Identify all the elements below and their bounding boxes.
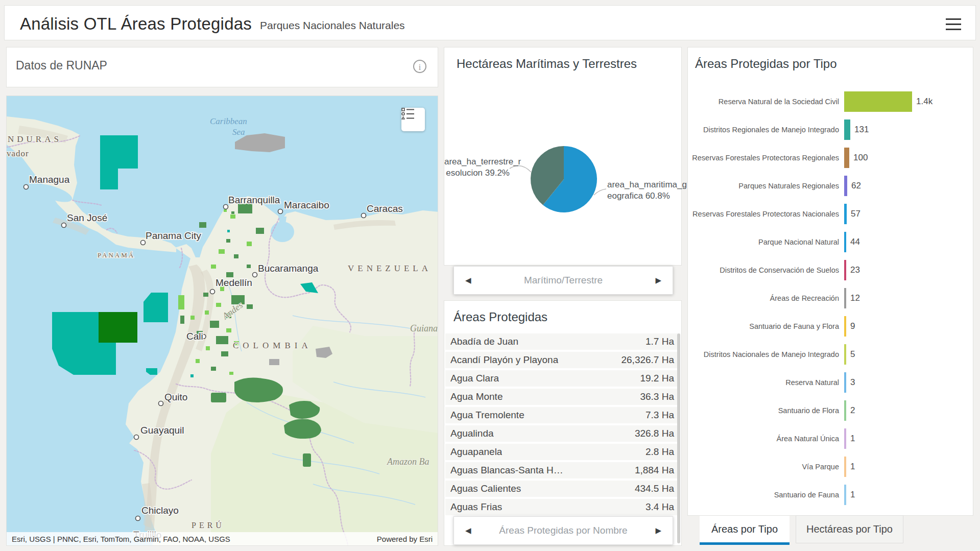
list-item[interactable]: Aguas Calientes434.5 Ha (445, 481, 680, 497)
bar-row: Reservas Forestales Protectoras Nacional… (688, 200, 973, 228)
powered-by-esri[interactable]: Powered by Esri (377, 535, 433, 543)
prev-arrow-icon[interactable]: ◀ (463, 524, 473, 537)
attribution-text: Esri, USGS | PNNC, Esri, TomTom, Garmin,… (12, 535, 230, 543)
bar-label: Parque Nacional Natural (688, 238, 839, 246)
bar-label: Reserva Natural de la Sociedad Civil (688, 98, 839, 106)
list-item[interactable]: Agua Monte36.3 Ha (445, 389, 680, 405)
bar-value: 1.4k (916, 97, 933, 107)
menu-button[interactable] (943, 15, 964, 33)
area-hectares: 3.4 Ha (646, 501, 674, 513)
list-item[interactable]: Aguapanela2.8 Ha (445, 444, 680, 460)
area-hectares: 7.3 Ha (646, 410, 674, 421)
bar-chart-panel: Áreas Protegidas por Tipo Reserva Natura… (687, 47, 973, 516)
bar-value: 1 (850, 434, 855, 444)
leader-line (594, 189, 606, 195)
list-item[interactable]: Agua Clara19.2 Ha (445, 370, 680, 387)
list-item[interactable]: Acandí Playón y Playona26,326.7 Ha (445, 352, 680, 368)
prev-arrow-icon[interactable]: ◀ (463, 274, 473, 287)
bar-value: 2 (850, 405, 855, 416)
layer-list-icon (401, 108, 415, 120)
bar[interactable] (844, 428, 846, 449)
legend-button[interactable] (401, 108, 425, 131)
area-name: Aguas Calientes (450, 483, 521, 494)
area-name: Aguapanela (450, 446, 502, 458)
bar[interactable] (844, 148, 849, 168)
city-label: San José (67, 212, 107, 223)
list-panel-title: Áreas Protegidas (453, 310, 547, 324)
bar-label: Reservas Forestales Protectoras Nacional… (688, 210, 839, 218)
region-label: Amazon Ba (387, 457, 429, 467)
bar[interactable] (844, 260, 846, 280)
list-item[interactable]: Aguas Blancas-Santa H…1,884 Ha (445, 462, 680, 478)
bar[interactable] (844, 176, 847, 196)
bar[interactable] (844, 457, 846, 477)
area-hectares: 26,326.7 Ha (621, 354, 674, 366)
protected-areas-rows: Abadía de Juan1.7 HaAcandí Playón y Play… (445, 333, 680, 517)
city-label: Barranquilla (228, 195, 280, 205)
bar[interactable] (844, 316, 846, 337)
bar-value: 1 (850, 462, 855, 472)
info-button[interactable]: i (413, 60, 426, 73)
bar-row: Distritos de Conservación de Suelos23 (688, 256, 973, 284)
area-hectares: 1,884 Ha (635, 465, 674, 476)
map-graphic: NDURAS vador PANAMÁ VENEZUELA COLOMBIA P… (7, 96, 438, 546)
list-item[interactable]: Agualinda326.8 Ha (445, 425, 680, 442)
tab-areas-por-tipo[interactable]: Áreas por Tipo (700, 516, 790, 545)
list-item[interactable]: Agua Tremolente7.3 Ha (445, 407, 680, 423)
bar-label: Distritos Regionales de Manejo Integrado (688, 126, 839, 134)
region-label: PANAMÁ (98, 251, 135, 259)
bar-label: Áreas de Recreación (688, 294, 839, 302)
tab-hectareas-por-tipo[interactable]: Hectáreas por Tipo (796, 515, 903, 543)
city-label: Panama City (146, 230, 201, 241)
list-item[interactable]: Abadía de Juan1.7 Ha (445, 333, 680, 350)
city-label: Guayaquil (140, 425, 184, 436)
bar[interactable] (844, 485, 846, 505)
bar[interactable] (844, 91, 912, 112)
pacific-protected-area[interactable] (99, 312, 137, 343)
bar[interactable] (844, 204, 847, 224)
app-header: Análisis OTL Áreas Protegidas Parques Na… (4, 5, 976, 40)
bar-value: 44 (850, 237, 860, 247)
bar-value: 131 (854, 125, 869, 135)
area-hectares: 36.3 Ha (640, 391, 674, 402)
bar-row: Reserva Natural3 (688, 368, 973, 396)
bar[interactable] (844, 288, 846, 308)
region-label: vador (7, 149, 29, 158)
list-scrollbar[interactable] (677, 333, 680, 543)
bar-label: Distritos de Conservación de Suelos (688, 266, 839, 274)
bar[interactable] (844, 344, 846, 365)
region-label: PERÚ (192, 520, 225, 530)
bar-label: Reserva Natural (688, 378, 839, 387)
list-panel: Áreas Protegidas Abadía de Juan1.7 HaAca… (444, 300, 682, 546)
city-label: Bucaramanga (258, 263, 319, 274)
page-subtitle: Parques Nacionales Naturales (260, 14, 405, 32)
city-label: Managua (29, 174, 70, 185)
bar-panel-title: Áreas Protegidas por Tipo (695, 57, 837, 71)
bar-row: Santuario de Fauna1 (688, 481, 973, 509)
area-name: Agualinda (450, 428, 494, 439)
bar-row: Parques Naturales Regionales62 (688, 172, 973, 200)
bar-row: Reservas Forestales Protectoras Regional… (688, 143, 973, 172)
bar-value: 9 (850, 321, 855, 331)
bar[interactable] (844, 119, 850, 140)
map-canvas[interactable]: NDURAS vador PANAMÁ VENEZUELA COLOMBIA P… (6, 95, 438, 546)
list-nav: ◀ Áreas Protegidas por Nombre ▶ (453, 516, 673, 545)
area-hectares: 326.8 Ha (635, 428, 674, 439)
region-label: Guiana (410, 323, 438, 333)
region-label: VENEZUELA (348, 263, 432, 273)
bar-rows: Reserva Natural de la Sociedad Civil1.4k… (688, 87, 973, 509)
region-label: COLOMBIA (233, 341, 312, 350)
bar-value: 3 (850, 377, 855, 388)
bar-row: Vía Parque1 (688, 452, 973, 481)
city-label: Caracas (367, 203, 403, 214)
bar[interactable] (844, 232, 846, 252)
bar[interactable] (844, 400, 846, 421)
next-arrow-icon[interactable]: ▶ (653, 274, 663, 287)
bar-row: Área Natural Única1 (688, 424, 973, 452)
pie-panel: Hectáreas Marítimas y Terrestres area_ha… (444, 47, 682, 266)
runap-panel: Datos de RUNAP i (6, 47, 438, 87)
bar[interactable] (844, 372, 846, 393)
list-item[interactable]: Aguas Frias3.4 Ha (445, 499, 680, 515)
next-arrow-icon[interactable]: ▶ (653, 524, 663, 537)
area-name: Agua Tremolente (450, 410, 524, 421)
